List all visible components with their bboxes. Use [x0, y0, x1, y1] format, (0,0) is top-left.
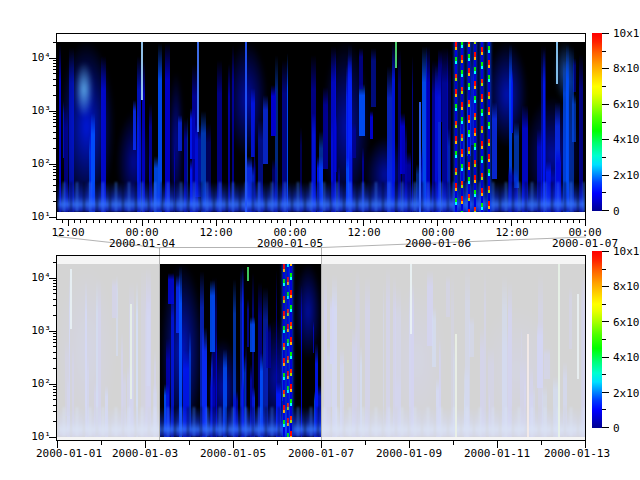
tick-mark: [53, 79, 57, 80]
tick-mark: [541, 441, 542, 445]
tick-mark: [388, 220, 389, 223]
tick-mark: [363, 220, 364, 223]
bottom-y-tick-label: 10¹: [17, 431, 51, 442]
spectro-streak: [572, 94, 576, 142]
tick-mark: [145, 441, 146, 448]
tick-mark: [554, 220, 555, 223]
tick-mark: [351, 220, 352, 223]
spectro-blob: [75, 62, 93, 117]
tick-mark: [49, 384, 57, 385]
top-spectrogram-data-area[interactable]: [57, 42, 585, 212]
tick-mark: [53, 283, 57, 284]
tick-mark: [185, 220, 186, 223]
tick-mark: [240, 220, 241, 223]
tick-mark: [302, 220, 303, 223]
spectro-bright-streak: [197, 42, 199, 132]
bottom-colorbar-tick-label: 0: [613, 423, 620, 434]
top-colorbar-tick-label: 2x10⁷: [613, 170, 640, 181]
tick-mark: [53, 69, 57, 70]
tick-mark: [357, 220, 358, 223]
tick-mark: [166, 220, 167, 223]
bottom-x-tick-label: 2000-01-05: [200, 448, 266, 459]
tick-mark: [271, 220, 272, 223]
tick-mark: [53, 138, 57, 139]
tick-mark: [413, 220, 414, 223]
tick-mark: [602, 139, 609, 140]
spectro-streak: [370, 111, 374, 139]
tick-mark: [327, 220, 328, 223]
tick-mark: [462, 220, 463, 223]
bottom-x-tick-label: 2000-01-07: [288, 448, 354, 459]
tick-mark: [53, 399, 57, 400]
spectro-bright-streak: [395, 42, 397, 68]
tick-mark: [517, 220, 518, 223]
spectro-low-energy-band: [57, 182, 585, 212]
tick-mark: [468, 220, 469, 223]
tick-mark: [53, 405, 57, 406]
tick-mark: [602, 175, 609, 176]
tick-mark: [142, 220, 143, 223]
burst-event-line: [474, 42, 476, 212]
top-x-tick-label: 12:00: [347, 227, 380, 238]
tick-mark: [602, 269, 606, 270]
bottom-colorbar-tick-label: 2x10⁷: [613, 388, 640, 399]
tick-mark: [49, 111, 57, 112]
tick-mark: [105, 220, 106, 223]
zoom-selection-rectangle[interactable]: [159, 247, 322, 440]
tick-mark: [602, 374, 606, 375]
tick-mark: [560, 220, 561, 223]
tick-mark: [136, 220, 137, 223]
tick-mark: [365, 441, 366, 445]
tick-mark: [376, 220, 377, 223]
tick-mark: [49, 437, 57, 438]
tick-mark: [53, 169, 57, 170]
tick-mark: [49, 217, 57, 218]
tick-mark: [253, 220, 254, 223]
tick-mark: [49, 278, 57, 279]
tick-mark: [53, 280, 57, 281]
spectro-streak: [133, 100, 136, 150]
tick-mark: [53, 392, 57, 393]
tick-mark: [53, 113, 57, 114]
top-colorbar: [592, 33, 602, 211]
tick-mark: [320, 220, 321, 223]
tick-mark: [602, 321, 609, 322]
bottom-colorbar: [592, 251, 602, 428]
tick-mark: [179, 220, 180, 223]
tick-mark: [53, 358, 57, 359]
bottom-colorbar-tick-label: 10x10⁷: [613, 246, 640, 257]
tick-mark: [53, 172, 57, 173]
spectro-streak: [511, 69, 512, 133]
tick-mark: [296, 220, 297, 223]
tick-mark: [80, 220, 81, 223]
tick-mark: [548, 220, 549, 223]
tick-mark: [246, 220, 247, 223]
spectro-streak: [178, 115, 182, 152]
tick-mark: [53, 395, 57, 396]
tick-mark: [409, 441, 410, 448]
tick-mark: [68, 220, 69, 223]
tick-mark: [53, 352, 57, 353]
top-x-tick-label: 12:00: [51, 227, 84, 238]
tick-mark: [394, 220, 395, 223]
tick-mark: [602, 409, 606, 410]
tick-mark: [197, 220, 198, 223]
tick-mark: [53, 179, 57, 180]
tick-mark: [602, 192, 606, 193]
bottom-x-tick-label: 2000-01-11: [464, 448, 530, 459]
tick-mark: [333, 220, 334, 223]
tick-mark: [53, 85, 57, 86]
tick-mark: [49, 58, 57, 59]
tick-mark: [308, 220, 309, 223]
tick-mark: [425, 220, 426, 223]
tick-mark: [602, 157, 606, 158]
unselected-range-overlay-right: [321, 256, 585, 440]
spectro-streak: [263, 95, 268, 164]
tick-mark: [602, 33, 609, 34]
top-y-tick-label: 10³: [17, 105, 51, 116]
tick-mark: [456, 220, 457, 223]
tick-mark: [431, 220, 432, 223]
tick-mark: [530, 220, 531, 223]
spectro-streak: [271, 85, 276, 136]
tick-mark: [49, 331, 57, 332]
